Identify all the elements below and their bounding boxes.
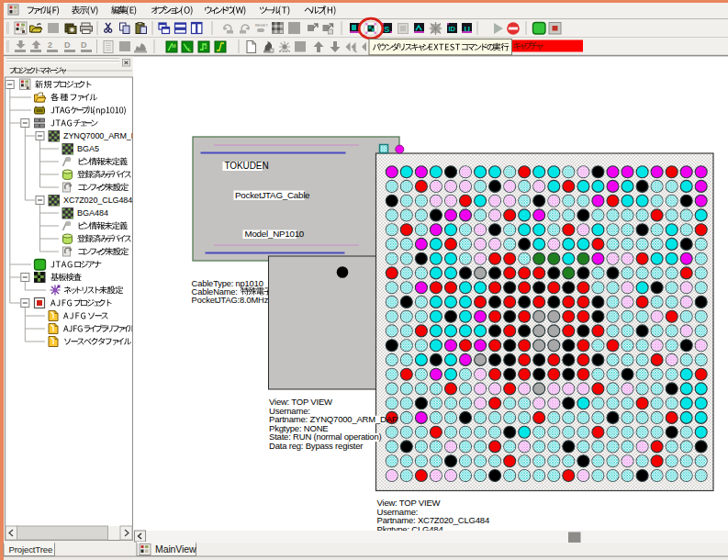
svg-text:ProjectTree: ProjectTree	[9, 544, 53, 554]
svg-text:Model_NP1010: Model_NP1010	[245, 229, 305, 239]
svg-text:PocketJTAG:8.0MHz,: PocketJTAG:8.0MHz,	[192, 296, 271, 305]
svg-text:Data reg: Bypass register: Data reg: Bypass register	[269, 441, 363, 451]
svg-text:PocketJTAG_Cable: PocketJTAG_Cable	[235, 190, 310, 200]
svg-text:BGA5: BGA5	[77, 144, 99, 153]
svg-text:2: 2	[205, 44, 207, 50]
svg-text:TOKUDEN: TOKUDEN	[225, 161, 269, 171]
svg-text:BGA484: BGA484	[77, 208, 108, 218]
svg-text:D: D	[81, 40, 87, 50]
svg-text:M: M	[172, 43, 176, 49]
svg-text:2: 2	[48, 40, 52, 50]
svg-text:MainView: MainView	[155, 543, 196, 554]
svg-text:XC7Z020_CLG484: XC7Z020_CLG484	[63, 196, 132, 205]
svg-text:D: D	[64, 40, 71, 50]
svg-text:S: S	[384, 25, 389, 34]
svg-text:L: L	[188, 47, 191, 52]
svg-text:ID: ID	[449, 25, 456, 33]
svg-text:RESET: RESET	[255, 23, 268, 28]
